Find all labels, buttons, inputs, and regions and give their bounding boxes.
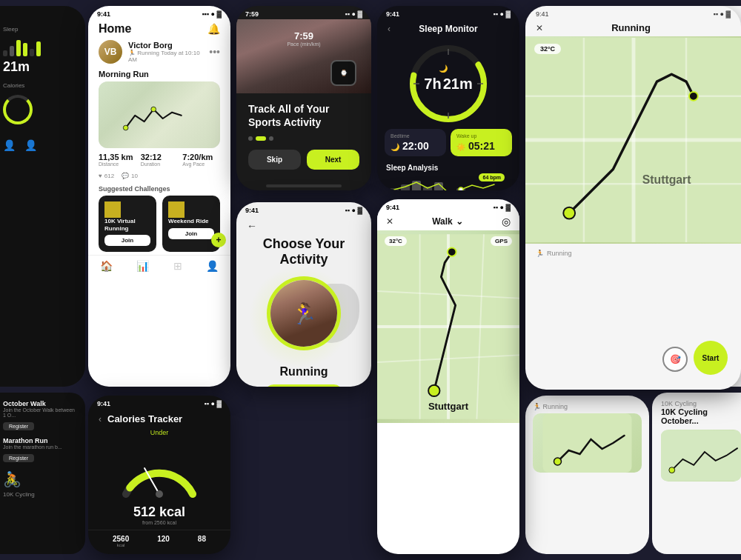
phone-bottom-right: 10K Cycling 10K Cycling October... (652, 393, 741, 554)
phone-bottom-running-partial: 🏃 Running (525, 396, 649, 554)
fab-add-button[interactable]: + (211, 233, 226, 247)
stat-pace: 7:20/km Avg Pace (182, 153, 220, 167)
dots-indicator (248, 136, 359, 141)
svg-text:🌙: 🌙 (439, 64, 448, 73)
cycling-map (661, 430, 741, 481)
challenge-card-1: 10K Virtual Running Join (99, 196, 156, 252)
distance-label: Distance (99, 161, 136, 167)
sun-icon: ☀️ (456, 143, 465, 151)
status-bar-sleep: 9:41 ▪▪ ● ▓ (377, 6, 519, 19)
user-name: Victor Borg (128, 41, 203, 50)
sleep-duration: 7h 21m (424, 76, 472, 93)
heart-icon: ♥ (99, 173, 102, 179)
walk-target-icon[interactable]: ◎ (502, 216, 511, 227)
phone-partial-left: Sleep 21m Calories 👤 👤 (0, 6, 85, 387)
register-button-2[interactable]: Register (3, 454, 34, 462)
sleep-chart: 64 bpm (377, 173, 519, 190)
svg-text:Stuttgart: Stuttgart (642, 173, 691, 186)
stat-duration: 32:12 Duration (141, 153, 179, 167)
skip-button[interactable]: Skip (248, 150, 301, 170)
challenge-name-2: Weekend Ride (168, 218, 214, 225)
running-temp: 32°C (534, 44, 561, 54)
phone-calories-tracker: 9:41 ▪▪ ● ▓ ‹ Calories Tracker Under 512… (88, 396, 230, 554)
map-bg (99, 81, 220, 148)
next-button[interactable]: Next (307, 150, 359, 170)
dot-3 (269, 136, 273, 141)
pace-label: Avg Pace (182, 161, 220, 167)
user-info: Victor Borg 🏃 Running Today at 10:10 AM (128, 41, 203, 63)
nav-home-icon[interactable]: 🏠 (100, 260, 113, 272)
more-options-icon[interactable]: ••• (209, 46, 220, 58)
nav-chart-icon[interactable]: 📊 (136, 260, 149, 272)
svg-point-42 (669, 467, 675, 473)
status-bar-activity: 9:41 ▪▪ ● ▓ (236, 202, 371, 216)
bpm-badge: 64 bpm (479, 173, 505, 181)
status-icons-sleep: ▪▪ ● ▓ (494, 10, 511, 18)
nav-profile-icon[interactable]: 👤 (206, 260, 219, 272)
svg-point-1 (151, 107, 156, 112)
running-bottom: 🏃 Running (525, 244, 741, 266)
event-sub-1: Join the October Walk between 1 O... (3, 407, 78, 418)
walk-mode-selector[interactable]: Walk ⌄ (432, 216, 463, 227)
status-icons-activity: ▪▪ ● ▓ (345, 207, 362, 214)
duration-label: Duration (141, 161, 179, 167)
status-time-activity: 9:41 (245, 207, 259, 214)
cycling-icon: 🚴 (3, 471, 21, 487)
walk-map-svg (377, 230, 519, 423)
running-map-svg: Stuttgart (525, 36, 741, 244)
running-partial-svg (533, 413, 642, 473)
sleep-clock: 🌙 7h 21m (408, 43, 489, 124)
runner-hero-bg: 7:59 Pace (min/km) ⌚ (236, 19, 371, 93)
calories-back-icon[interactable]: ‹ (99, 414, 102, 424)
nav-grid-icon[interactable]: ⊞ (173, 260, 182, 272)
phone-walk-map: 9:41 ▪▪ ● ▓ ✕ Walk ⌄ ◎ (377, 199, 519, 554)
challenge-name-1: 10K Virtual Running (104, 218, 150, 232)
running-activity-label: 🏃 Running (536, 250, 731, 257)
event-sub-2: Join the marathon run b... (3, 444, 78, 450)
cycling-map-svg (661, 430, 741, 481)
phone-running: 9:41 ▪▪ ● ▓ ✕ Running Stuttgart (525, 6, 741, 390)
wakeup-label: Wake up (456, 133, 506, 139)
run-partial-icon: 🏃 (533, 403, 541, 410)
phone-track-sports: 7:59 ▪▪ ● ▓ 7:59 Pace (min/km) ⌚ Track A… (236, 6, 371, 190)
calories-header: ‹ Calories Tracker (88, 409, 230, 429)
hero-time-display: 7:59 Pace (min/km) (287, 30, 320, 47)
sleep-header: ‹ Sleep Monitor (377, 19, 519, 39)
stat3-value: 88 (198, 535, 206, 543)
status-bar-calories: 9:41 ▪▪ ● ▓ (88, 396, 230, 409)
home-indicator (266, 184, 342, 187)
partial-nav: 👤 👤 (3, 139, 78, 151)
running-partial-map (533, 413, 642, 473)
join-button-2[interactable]: Join (168, 228, 214, 239)
hero-image: 7:59 Pace (min/km) ⌚ (236, 19, 371, 93)
phone-home: 9:41 ▪▪▪ ● ▓ Home 🔔 VB Victor Borg 🏃 Run… (88, 6, 230, 387)
stats-row: 11,35 km Distance 32:12 Duration 7:20/km… (88, 148, 230, 171)
start-button[interactable]: Start (694, 341, 728, 375)
bell-icon[interactable]: 🔔 (207, 23, 220, 35)
avatar: VB (99, 40, 122, 64)
dot-1 (248, 136, 253, 141)
register-button-1[interactable]: Register (3, 422, 34, 430)
join-button-1[interactable]: Join (104, 235, 150, 246)
activity-back-icon[interactable]: ← (247, 220, 257, 232)
suggested-challenges-title: Suggested Challenges (88, 182, 230, 196)
cycling-partial-label: 10K Cycling (661, 400, 741, 407)
stat1-value: 2560 (113, 535, 129, 543)
partial-sleep-label: Sleep (3, 26, 18, 33)
running-map: Stuttgart 32°C (525, 36, 741, 244)
stat-distance: 11,35 km Distance (99, 153, 136, 167)
walk-header: ✕ Walk ⌄ ◎ (377, 213, 519, 230)
running-close-icon[interactable]: ✕ (536, 23, 543, 33)
cycling-icon-area: 🚴 10K Cycling (3, 470, 78, 498)
stat1-label: kcal (113, 543, 129, 547)
walk-close-icon[interactable]: ✕ (386, 216, 393, 227)
comment-icon: 💬 (122, 173, 129, 179)
sleep-time-display: 7h 21m (424, 76, 472, 93)
gauge-svg (115, 442, 204, 501)
target-button[interactable]: 🎯 (662, 347, 688, 372)
sleep-back-icon[interactable]: ‹ (388, 24, 391, 34)
calories-bottom-stats: 2560 kcal 120 88 (88, 530, 230, 552)
challenge-icon-1 (104, 201, 121, 218)
svg-point-0 (123, 125, 128, 130)
set-target-button[interactable]: 🎯 Set target › (265, 384, 342, 387)
